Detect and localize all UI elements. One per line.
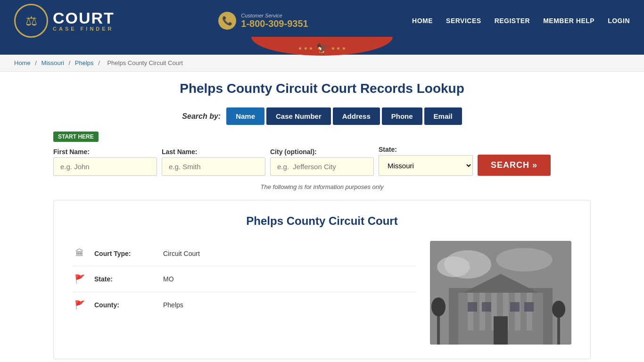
state-label: State: (379, 146, 473, 153)
brand-sub: CASE FINDER (53, 26, 115, 32)
phone-label: Customer Service (241, 13, 308, 18)
start-here-badge: START HERE (53, 132, 99, 142)
ribbon-stars-right: ★ ★ ★ (331, 46, 347, 51)
state-value: MO (163, 275, 174, 283)
phone-number: 1-800-309-9351 (241, 18, 308, 29)
page-title: Phelps County Circuit Court Records Look… (53, 81, 591, 96)
court-type-label: Court Type: (94, 250, 156, 257)
header: ⚖ COURT CASE FINDER 📞 Customer Service 1… (0, 0, 644, 41)
city-group: City (optional): (270, 148, 374, 176)
tab-case-number[interactable]: Case Number (266, 107, 331, 125)
main-nav: HOME SERVICES REGISTER MEMBER HELP LOGIN (412, 17, 630, 25)
court-info-box: Phelps County Circuit Court 🏛 Court Type… (53, 200, 591, 359)
svg-point-3 (496, 248, 553, 272)
county-value: Phelps (163, 301, 183, 309)
search-section: Search by: Name Case Number Address Phon… (53, 107, 591, 190)
tab-email[interactable]: Email (424, 107, 462, 125)
logo: ⚖ COURT CASE FINDER (14, 4, 115, 38)
info-note: The following is for information purpose… (53, 183, 591, 190)
county-icon: 🚩 (73, 300, 87, 310)
tab-phone[interactable]: Phone (382, 107, 422, 125)
svg-rect-19 (437, 312, 440, 345)
ribbon-arc: ★ ★ ★ 🦅 ★ ★ ★ (251, 37, 393, 56)
state-row: 🚩 State: MO (73, 266, 416, 292)
svg-point-20 (431, 297, 446, 316)
tab-address[interactable]: Address (333, 107, 380, 125)
nav-services[interactable]: SERVICES (446, 17, 481, 25)
last-name-group: Last Name: (162, 148, 265, 176)
breadcrumb-sep-2: / (69, 59, 72, 66)
city-label: City (optional): (270, 148, 374, 156)
nav-login[interactable]: LOGIN (608, 17, 630, 25)
city-input[interactable] (270, 157, 374, 176)
county-row: 🚩 County: Phelps (73, 292, 416, 318)
breadcrumb-home[interactable]: Home (14, 59, 31, 66)
nav-home[interactable]: HOME (412, 17, 433, 25)
main-content: Phelps County Circuit Court Records Look… (39, 72, 605, 362)
svg-rect-16 (510, 302, 520, 312)
logo-text: COURT CASE FINDER (53, 10, 115, 32)
court-type-row: 🏛 Court Type: Circuit Court (73, 241, 416, 266)
court-type-icon: 🏛 (73, 248, 87, 258)
svg-rect-15 (482, 302, 491, 312)
first-name-label: First Name: (53, 148, 157, 156)
breadcrumb-current: Phelps County Circuit Court (107, 59, 182, 66)
breadcrumb: Home / Missouri / Phelps / Phelps County… (0, 55, 644, 72)
court-info-title: Phelps County Circuit Court (73, 214, 571, 228)
court-type-value: Circuit Court (163, 250, 200, 257)
state-label-detail: State: (94, 275, 156, 283)
court-details: 🏛 Court Type: Circuit Court 🚩 State: MO … (73, 241, 416, 345)
breadcrumb-sep-3: / (98, 59, 101, 66)
county-label: County: (94, 301, 156, 309)
brand-name: COURT (53, 10, 115, 26)
first-name-input[interactable] (53, 157, 157, 176)
logo-emblem: ⚖ (14, 4, 48, 38)
ribbon-eagle: ★ ★ ★ 🦅 ★ ★ ★ (298, 42, 346, 54)
ribbon-stars-left: ★ ★ ★ (298, 46, 314, 51)
phone-icon: 📞 (218, 12, 236, 30)
breadcrumb-sep-1: / (35, 59, 38, 66)
svg-rect-17 (524, 302, 534, 312)
svg-rect-14 (468, 302, 477, 312)
breadcrumb-missouri[interactable]: Missouri (41, 59, 64, 66)
search-tabs: Name Case Number Address Phone Email (226, 107, 462, 125)
tab-name[interactable]: Name (226, 107, 264, 125)
svg-rect-21 (557, 314, 560, 345)
svg-point-22 (552, 301, 565, 318)
breadcrumb-phelps[interactable]: Phelps (75, 59, 94, 66)
court-info-content: 🏛 Court Type: Circuit Court 🚩 State: MO … (73, 241, 571, 345)
search-button[interactable]: SEARCH » (478, 155, 551, 176)
search-by-row: Search by: Name Case Number Address Phon… (53, 107, 591, 125)
ribbon: ★ ★ ★ 🦅 ★ ★ ★ (0, 41, 644, 55)
last-name-input[interactable] (162, 157, 265, 176)
state-select[interactable]: MissouriAlabamaAlaskaArizonaArkansasCali… (379, 155, 473, 176)
svg-rect-13 (494, 316, 508, 345)
svg-point-2 (437, 256, 470, 277)
nav-member-help[interactable]: MEMBER HELP (543, 17, 594, 25)
eagle-icon: 🦅 (316, 42, 328, 54)
first-name-group: First Name: (53, 148, 157, 176)
last-name-label: Last Name: (162, 148, 265, 156)
phone-block: 📞 Customer Service 1-800-309-9351 (218, 12, 308, 30)
court-image (430, 241, 571, 345)
state-group: State: MissouriAlabamaAlaskaArizonaArkan… (379, 146, 473, 176)
search-by-label: Search by: (182, 112, 221, 121)
nav-register[interactable]: REGISTER (495, 17, 530, 25)
search-form: First Name: Last Name: City (optional): … (53, 146, 591, 176)
state-icon: 🚩 (73, 274, 87, 284)
